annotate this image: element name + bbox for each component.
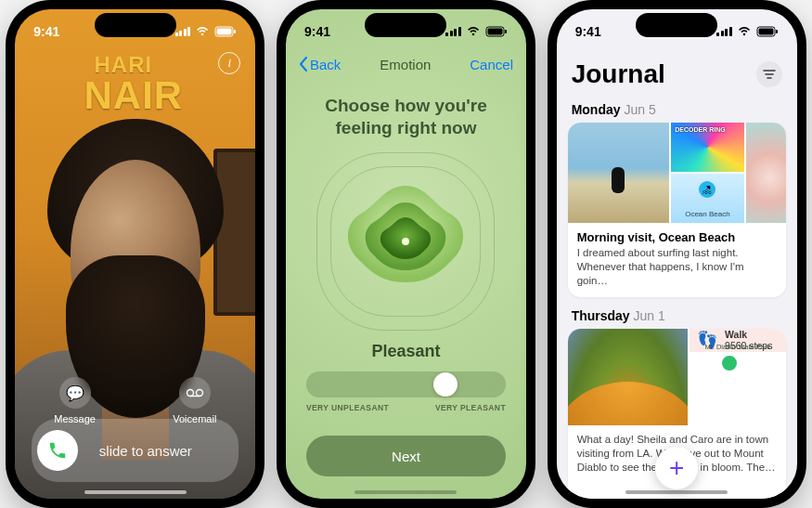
journal-scroll[interactable]: Monday Jun 5 DECODER RING 🏖 Ocean Beach [568, 98, 786, 499]
phone-1-incoming-call: 9:41 HARI NAIR i 💬 Message [6, 0, 264, 508]
wifi-icon [466, 26, 481, 37]
slider-thumb[interactable] [433, 372, 458, 397]
chevron-left-icon [299, 57, 308, 72]
photo-hills [568, 329, 688, 425]
nav-bar: Back Emotion Cancel [286, 50, 526, 78]
photo-beach [568, 123, 670, 223]
status-time: 9:41 [33, 24, 59, 39]
back-button[interactable]: Back [299, 57, 341, 72]
cellular-icon [716, 27, 732, 36]
svg-rect-1 [217, 29, 232, 35]
day-header: Thursday Jun 1 [572, 308, 782, 323]
phone-2-emotion: 9:41 Back Emotion Cancel Choose how you'… [277, 0, 535, 508]
place-pin-icon: 🏖 [699, 181, 715, 198]
svg-rect-11 [758, 29, 773, 35]
prompt-text: Choose how you're feeling right now [304, 95, 508, 139]
svg-point-3 [187, 390, 193, 397]
status-time: 9:41 [575, 24, 601, 39]
status-time: 9:41 [304, 24, 330, 39]
podcast-tile: DECODER RING [671, 123, 743, 172]
svg-rect-12 [776, 30, 778, 33]
emotion-graphic [286, 149, 526, 334]
wifi-icon [737, 26, 752, 37]
place-tile: 🏖 Ocean Beach [671, 174, 743, 223]
entry-title: Morning visit, Ocean Beach [577, 230, 777, 244]
battery-icon [756, 26, 779, 37]
day-header: Monday Jun 5 [572, 102, 782, 117]
message-button[interactable]: 💬 Message [54, 377, 96, 424]
filter-button[interactable] [756, 61, 782, 87]
feeling-slider[interactable] [306, 371, 506, 397]
wifi-icon [195, 26, 210, 37]
cellular-icon [445, 27, 461, 36]
slider-min-label: VERY UNPLEASANT [306, 403, 389, 412]
home-indicator[interactable] [625, 490, 728, 494]
slide-text: slide to answer [58, 443, 233, 459]
entry-body: I dreamed about surfing last night. When… [577, 246, 777, 288]
home-indicator[interactable] [84, 490, 187, 494]
dynamic-island [365, 13, 446, 37]
next-button[interactable]: Next [306, 436, 506, 476]
feeling-label: Pleasant [286, 342, 526, 361]
filter-icon [763, 69, 776, 80]
home-indicator[interactable] [354, 490, 457, 494]
svg-rect-7 [487, 29, 502, 35]
dynamic-island [95, 13, 176, 37]
cancel-button[interactable]: Cancel [470, 57, 513, 72]
phone-3-journal: 9:41 Journal Monday Jun 5 [548, 0, 806, 508]
map-pin-icon [720, 354, 739, 372]
cellular-icon [175, 27, 191, 36]
journal-card-1[interactable]: DECODER RING 🏖 Ocean Beach [568, 123, 786, 297]
caller-last-name: NAIR [30, 78, 237, 113]
message-icon: 💬 [59, 377, 91, 409]
battery-icon [485, 26, 508, 37]
svg-rect-2 [234, 30, 236, 33]
voicemail-icon [179, 377, 211, 409]
add-entry-button[interactable]: + [655, 447, 698, 489]
journal-title: Journal [572, 59, 665, 89]
battery-icon [214, 26, 237, 37]
svg-point-4 [196, 390, 202, 397]
voicemail-button[interactable]: Voicemail [173, 377, 216, 424]
three-phone-showcase: 9:41 HARI NAIR i 💬 Message [0, 0, 812, 508]
slider-max-label: VERY PLEASANT [435, 403, 506, 412]
dynamic-island [636, 13, 717, 37]
slide-to-answer[interactable]: slide to answer [32, 419, 238, 482]
photo-shell [746, 123, 786, 223]
svg-rect-8 [505, 30, 507, 33]
nav-title: Emotion [380, 57, 431, 72]
